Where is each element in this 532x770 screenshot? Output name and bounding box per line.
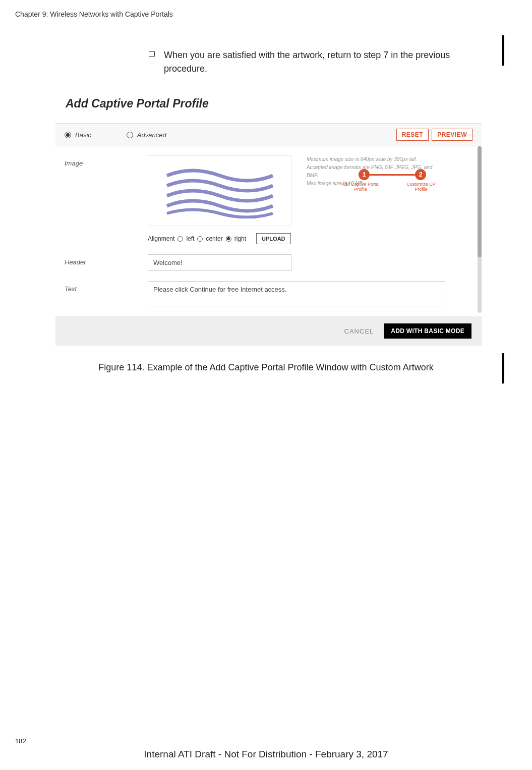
- scrollbar-thumb[interactable]: [478, 146, 482, 257]
- basic-label: Basic: [75, 131, 91, 139]
- form-body: Image Alignment left center: [55, 146, 482, 306]
- align-left-radio[interactable]: [178, 236, 183, 242]
- bullet-icon: [149, 51, 155, 57]
- align-right-label: right: [234, 235, 246, 242]
- add-basic-mode-button[interactable]: ADD WITH BASIC MODE: [384, 323, 471, 339]
- change-bar: [502, 353, 504, 383]
- artwork-image: [162, 163, 278, 218]
- hint-text: Max image size is 10 MB.: [307, 180, 443, 188]
- screenshot-figure: Add Captive Portal Profile 1 2 Add Capti…: [55, 91, 482, 346]
- hint-text: Maximum image size is 640px wide by 300p…: [307, 155, 443, 163]
- image-hints: Maximum image size is 640px wide by 300p…: [307, 155, 443, 244]
- figure-caption: Figure 114. Example of the Add Captive P…: [81, 361, 451, 374]
- image-preview: [148, 155, 291, 226]
- header-input[interactable]: [148, 254, 291, 271]
- preview-button[interactable]: PREVIEW: [432, 129, 472, 141]
- alignment-label: Alignment: [148, 235, 174, 242]
- basic-radio[interactable]: Basic: [65, 131, 91, 139]
- chapter-header: Chapter 9: Wireless Networks with Captiv…: [15, 10, 517, 18]
- instruction-text: When you are satisfied with the artwork,…: [164, 48, 482, 76]
- upload-button[interactable]: UPLOAD: [256, 233, 290, 244]
- dialog-footer: CANCEL ADD WITH BASIC MODE: [55, 316, 482, 346]
- header-label: Header: [65, 254, 148, 271]
- advanced-label: Advanced: [137, 131, 166, 139]
- mode-tabs: Basic Advanced RESET PREVIEW: [55, 123, 482, 146]
- text-input[interactable]: Please click Continue for free Internet …: [148, 281, 445, 306]
- cancel-button[interactable]: CANCEL: [344, 327, 374, 335]
- advanced-radio[interactable]: Advanced: [127, 131, 166, 139]
- page-number: 182: [15, 737, 26, 745]
- image-label: Image: [65, 155, 148, 244]
- panel-title: Add Captive Portal Profile: [55, 91, 482, 123]
- text-label: Text: [65, 281, 148, 306]
- change-bar: [502, 35, 504, 66]
- alignment-row: Alignment left center right UPLOAD: [148, 233, 291, 244]
- radio-icon: [127, 132, 133, 138]
- align-center-label: center: [206, 235, 222, 242]
- radio-icon: [65, 132, 71, 138]
- footer-text: Internal ATI Draft - Not For Distributio…: [0, 749, 532, 760]
- align-right-radio[interactable]: [226, 236, 231, 242]
- align-center-radio[interactable]: [197, 236, 203, 242]
- align-left-label: left: [186, 235, 194, 242]
- hint-text: Accepted image formats are PNG, GIF, JPE…: [307, 163, 443, 180]
- reset-button[interactable]: RESET: [396, 129, 429, 141]
- instruction-item: When you are satisfied with the artwork,…: [149, 48, 482, 76]
